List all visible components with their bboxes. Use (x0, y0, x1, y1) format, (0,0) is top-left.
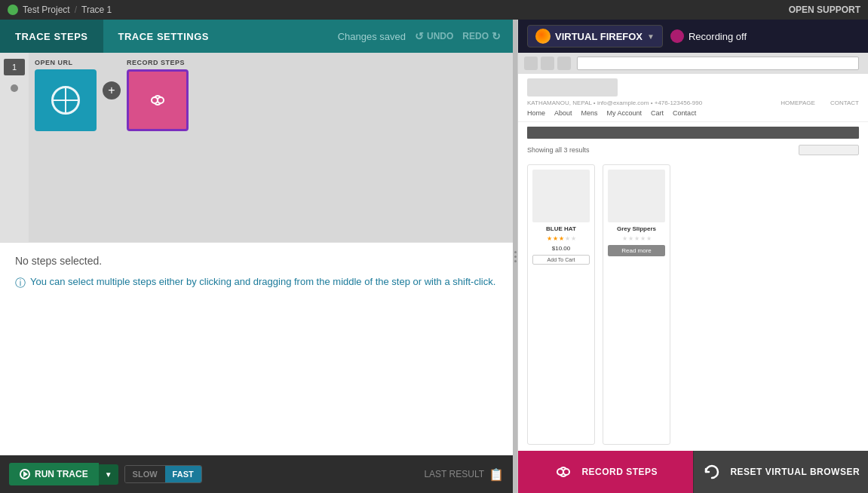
reset-browser-button[interactable]: RESET VIRTUAL BROWSER (694, 451, 869, 493)
record-steps-icon (143, 86, 172, 115)
fake-back-button (524, 57, 538, 70)
fake-forward-button (541, 57, 554, 70)
help-text: ⓘ You can select multiple steps either b… (15, 276, 498, 290)
tab-trace-settings[interactable]: TRACE SETTINGS (103, 20, 224, 53)
run-trace-main-button[interactable]: RUN TRACE (9, 463, 99, 485)
recording-status: Recording off (689, 31, 747, 42)
fake-menu-account[interactable]: My Account (607, 109, 643, 117)
fake-product-1-price: $10.00 (532, 245, 590, 252)
fake-website: KATHAMANOU, NEPAL • info@example.com • +… (518, 53, 868, 451)
add-step-button[interactable]: + (103, 81, 121, 100)
speed-fast-option[interactable]: FAST (165, 466, 201, 482)
fake-contact-info: KATHAMANOU, NEPAL • info@example.com • +… (527, 100, 702, 106)
fake-nav-bar (518, 53, 868, 74)
step-dot (11, 84, 18, 92)
virtual-firefox-selector[interactable]: VIRTUAL FIREFOX ▼ (527, 25, 663, 47)
browser-toolbar: VIRTUAL FIREFOX ▼ Recording off (518, 20, 868, 53)
preview-inner: KATHAMANOU, NEPAL • info@example.com • +… (518, 53, 868, 451)
record-steps-card[interactable] (127, 69, 189, 131)
last-result-icon: 📋 (489, 467, 504, 482)
fake-read-more-2[interactable]: Read more (608, 245, 665, 256)
step-numbers: 1 (0, 53, 29, 242)
reset-browser-label: RESET VIRTUAL BROWSER (730, 467, 860, 477)
firefox-icon (535, 29, 551, 44)
fake-contact-row: KATHAMANOU, NEPAL • info@example.com • +… (527, 100, 859, 106)
project-icon (8, 5, 18, 15)
run-trace-button[interactable]: RUN TRACE ▼ (9, 463, 118, 485)
speed-slow-option[interactable]: SLOW (125, 466, 165, 482)
main-layout: TRACE STEPS TRACE SETTINGS Changes saved… (0, 20, 868, 493)
tab-trace-steps[interactable]: TRACE STEPS (0, 20, 103, 53)
run-icon (20, 469, 30, 479)
fake-showing-text: Showing all 3 results (527, 146, 590, 154)
fake-product-2-stars: ★ ★ ★ ★ ★ (608, 235, 665, 242)
fake-menu-contact[interactable]: Contact (673, 109, 696, 117)
undo-icon: ↺ (415, 30, 424, 42)
fake-homepage-link: HOMEPAGE (781, 100, 815, 106)
info-panel: No steps selected. ⓘ You can select mult… (0, 242, 513, 456)
fake-refresh-button (557, 57, 571, 70)
divider-dots (514, 251, 517, 262)
browser-dropdown-chevron: ▼ (647, 32, 655, 41)
redo-button[interactable]: REDO ↻ (462, 30, 501, 42)
record-steps-label: RECORD STEPS (127, 59, 189, 66)
fake-product-2[interactable]: Grey Slippers ★ ★ ★ ★ ★ Read more (603, 164, 670, 445)
record-steps-action-icon (553, 461, 574, 482)
breadcrumb-separator: / (75, 5, 77, 15)
svg-point-3 (563, 469, 569, 475)
tab-actions: Changes saved ↺ UNDO REDO ↻ (338, 30, 513, 42)
fake-product-2-name: Grey Slippers (608, 225, 665, 232)
open-url-step[interactable]: OPEN URL (35, 59, 97, 131)
record-steps-action-button[interactable]: RECORD STEPS (518, 451, 693, 493)
no-steps-text: No steps selected. (15, 255, 498, 267)
fake-url-bar (577, 57, 859, 70)
globe-icon (51, 86, 80, 115)
tab-bar: TRACE STEPS TRACE SETTINGS Changes saved… (0, 20, 513, 53)
reset-browser-icon (701, 461, 722, 482)
fake-sorting-input[interactable] (799, 145, 859, 155)
bottom-toolbar: RUN TRACE ▼ SLOW FAST LAST RESULT 📋 (0, 455, 513, 493)
trace-breadcrumb[interactable]: Trace 1 (81, 5, 112, 15)
fake-menu-mens[interactable]: Mens (581, 109, 598, 117)
browser-name: VIRTUAL FIREFOX (555, 31, 643, 42)
right-panel: VIRTUAL FIREFOX ▼ Recording off (517, 20, 868, 493)
step-number-1: 1 (4, 59, 25, 75)
steps-area: 1 OPEN URL + RECORD STEPS (0, 53, 513, 242)
browser-preview: KATHAMANOU, NEPAL • info@example.com • +… (518, 53, 868, 451)
fake-product-1[interactable]: BLUE HAT ★ ★ ★ ★ ★ $10.00 Add To Cart (527, 164, 595, 445)
fake-menu-about[interactable]: About (554, 109, 572, 117)
left-panel: TRACE STEPS TRACE SETTINGS Changes saved… (0, 20, 513, 493)
steps-canvas[interactable]: OPEN URL + RECORD STEPS (29, 53, 513, 242)
fake-menu-cart[interactable]: Cart (651, 109, 664, 117)
fake-logo (527, 78, 618, 96)
project-name[interactable]: Test Project (23, 5, 70, 15)
svg-point-2 (557, 469, 563, 475)
fake-menu-home[interactable]: Home (527, 109, 545, 117)
fake-products: BLUE HAT ★ ★ ★ ★ ★ $10.00 Add To Cart (518, 158, 868, 451)
open-url-label: OPEN URL (35, 59, 97, 66)
run-trace-dropdown[interactable]: ▼ (99, 464, 118, 485)
redo-icon: ↻ (492, 30, 501, 42)
last-result: LAST RESULT 📋 (424, 467, 504, 482)
recording-dot-icon (670, 29, 684, 43)
undo-button[interactable]: ↺ UNDO (415, 30, 453, 42)
svg-point-0 (152, 97, 158, 103)
fake-product-2-image (608, 170, 665, 222)
record-steps-action-label: RECORD STEPS (581, 467, 658, 477)
open-url-card[interactable] (35, 69, 97, 131)
browser-actions: RECORD STEPS RESET VIRTUAL BROWSER (518, 451, 868, 493)
fake-product-1-name: BLUE HAT (532, 225, 590, 232)
fake-product-1-image (532, 170, 590, 222)
top-bar: Test Project / Trace 1 OPEN SUPPORT (0, 0, 868, 20)
open-support-button[interactable]: OPEN SUPPORT (789, 5, 860, 15)
changes-saved-label: Changes saved (338, 31, 406, 42)
speed-toggle: SLOW FAST (124, 465, 202, 483)
svg-point-1 (158, 97, 164, 103)
fake-category-row: Showing all 3 results (518, 142, 868, 158)
recording-toggle[interactable]: Recording off (670, 29, 747, 43)
fake-contact-link: CONTACT (830, 100, 859, 106)
fake-menu: Home About Mens My Account Cart Contact (527, 109, 859, 117)
record-steps-step[interactable]: RECORD STEPS (127, 59, 189, 131)
help-icon: ⓘ (15, 277, 26, 290)
fake-add-to-cart-1[interactable]: Add To Cart (532, 255, 590, 265)
